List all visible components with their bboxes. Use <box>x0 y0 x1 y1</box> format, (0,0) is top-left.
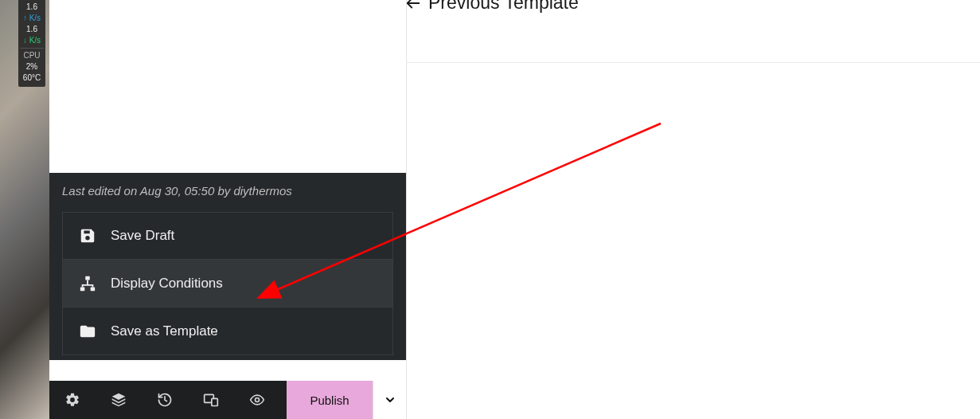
publish-button[interactable]: Publish <box>287 381 373 419</box>
net-up-unit: ↑ K/s <box>18 13 45 24</box>
settings-button[interactable] <box>49 381 96 419</box>
folder-icon <box>79 323 96 340</box>
responsive-button[interactable] <box>188 381 234 419</box>
net-down-unit: ↓ K/s <box>18 35 45 46</box>
svg-point-6 <box>256 398 260 402</box>
responsive-icon <box>203 392 219 408</box>
preview-button-icon[interactable] <box>234 381 280 419</box>
last-edited-meta: Last edited on Aug 30, 05:50 by diytherm… <box>49 173 406 212</box>
svg-rect-2 <box>80 287 85 291</box>
display-conditions-button[interactable]: Display Conditions <box>62 260 393 307</box>
preview-icon <box>249 392 265 408</box>
navigator-button[interactable] <box>96 381 142 419</box>
gear-icon <box>64 392 80 408</box>
history-button[interactable] <box>142 381 188 419</box>
save-draft-button[interactable]: Save Draft <box>62 212 393 260</box>
save-icon <box>79 227 96 245</box>
publish-options-button[interactable] <box>373 381 406 419</box>
chevron-down-icon <box>384 394 396 406</box>
net-down-value: 1.6 <box>18 24 45 35</box>
cpu-label: CPU <box>18 50 45 61</box>
publish-label: Publish <box>310 394 349 407</box>
svg-rect-1 <box>85 276 90 280</box>
previous-template-link[interactable]: Previous Template <box>404 0 579 14</box>
sitemap-icon <box>79 275 96 292</box>
cpu-percent: 2% <box>18 61 45 72</box>
right-pane-separator <box>406 62 980 63</box>
system-stats-widget: 1.6 ↑ K/s 1.6 ↓ K/s CPU 2% 60°C <box>18 0 45 87</box>
svg-rect-3 <box>91 287 96 291</box>
save-as-template-button[interactable]: Save as Template <box>62 307 393 355</box>
editor-menu: Save Draft Display Conditions Save as Te… <box>49 212 406 355</box>
save-as-template-label: Save as Template <box>111 323 218 339</box>
display-conditions-label: Display Conditions <box>111 276 223 292</box>
history-icon <box>157 392 173 408</box>
svg-rect-5 <box>212 398 218 405</box>
editor-panel: Last edited on Aug 30, 05:50 by diytherm… <box>49 173 406 360</box>
previous-template-label: Previous Template <box>428 0 579 14</box>
net-up-value: 1.6 <box>18 2 45 13</box>
cpu-temp: 60°C <box>18 72 45 84</box>
layers-icon <box>111 392 127 408</box>
arrow-left-icon <box>404 0 422 12</box>
bottom-toolbar: Publish <box>49 381 406 419</box>
save-draft-label: Save Draft <box>111 228 174 244</box>
